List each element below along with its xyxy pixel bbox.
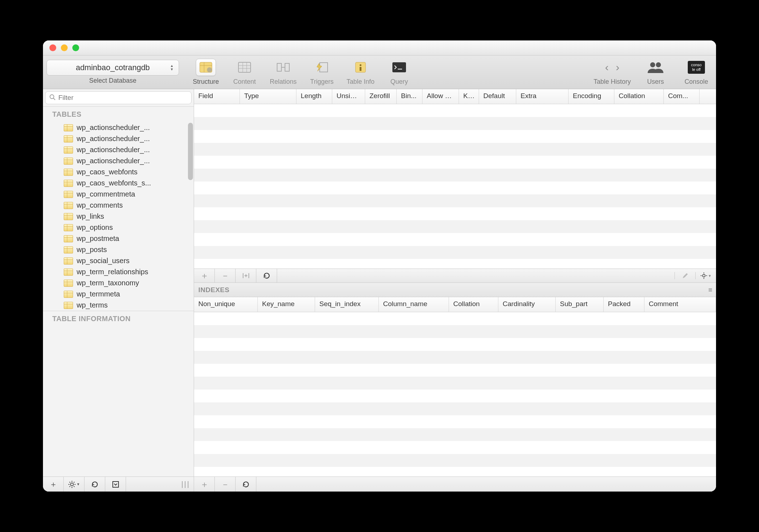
table-icon <box>64 158 73 165</box>
column-header[interactable]: Collation <box>614 89 664 104</box>
toolbar-content-button[interactable]: Content <box>228 59 261 86</box>
table-row[interactable]: wp_links <box>43 211 194 222</box>
database-dropdown[interactable]: adminbao_cotrangdb ▲▼ <box>47 60 179 76</box>
minimize-window-button[interactable] <box>61 44 68 51</box>
reload-structure-button[interactable] <box>256 269 277 282</box>
remove-index-button[interactable]: － <box>215 477 236 492</box>
duplicate-field-button[interactable] <box>236 269 256 282</box>
add-index-button[interactable]: ＋ <box>194 477 215 492</box>
traffic-lights <box>49 44 79 51</box>
table-name: wp_terms <box>77 301 108 309</box>
refresh-tables-button[interactable] <box>84 477 105 492</box>
toolbar-triggers-button[interactable]: Triggers <box>306 59 338 86</box>
table-row[interactable]: wp_term_taxonomy <box>43 277 194 289</box>
edit-field-button[interactable] <box>675 272 695 279</box>
table-name: wp_actionscheduler_... <box>77 146 150 154</box>
table-row[interactable]: wp_caos_webfonts_s... <box>43 178 194 189</box>
close-window-button[interactable] <box>49 44 56 51</box>
add-table-button[interactable]: ＋ <box>43 477 64 492</box>
database-dropdown-label: Select Database <box>89 77 136 84</box>
index-column-header[interactable]: Non_unique <box>194 297 258 312</box>
index-column-header[interactable]: Sub_part <box>556 297 604 312</box>
table-row[interactable]: wp_term_relationships <box>43 266 194 277</box>
column-header[interactable]: Length <box>296 89 332 104</box>
toolbar-query-button[interactable]: Query <box>383 59 415 86</box>
table-row[interactable]: wp_terms <box>43 300 194 311</box>
structure-grid[interactable] <box>194 104 716 269</box>
console-button[interactable]: console off Console <box>680 59 712 86</box>
column-header[interactable]: Bin... <box>397 89 422 104</box>
column-header[interactable]: Com... <box>664 89 700 104</box>
toolbar-structure-button[interactable]: Structure <box>190 59 222 86</box>
column-header[interactable]: Key <box>459 89 479 104</box>
svg-point-35 <box>702 274 705 277</box>
table-row[interactable]: wp_social_users <box>43 255 194 266</box>
index-column-header[interactable]: Collation <box>449 297 498 312</box>
remove-field-button[interactable]: － <box>215 269 236 282</box>
svg-point-23 <box>50 95 54 99</box>
table-row[interactable]: wp_actionscheduler_... <box>43 144 194 155</box>
history-back-button[interactable]: ‹ <box>605 61 609 73</box>
indexes-grid[interactable] <box>194 312 716 477</box>
table-row[interactable]: wp_options <box>43 222 194 233</box>
table-filter-input[interactable] <box>45 91 192 104</box>
refresh-icon <box>242 481 250 488</box>
users-button[interactable]: Users <box>639 59 672 86</box>
database-selector: adminbao_cotrangdb ▲▼ Select Database <box>47 60 179 84</box>
svg-rect-34 <box>113 482 119 487</box>
content-icon <box>235 59 255 76</box>
column-header[interactable]: Type <box>240 89 296 104</box>
structure-gear-menu[interactable]: ▼ <box>695 272 716 279</box>
table-icon <box>64 269 73 276</box>
table-icon <box>64 180 73 187</box>
reload-indexes-button[interactable] <box>236 477 256 492</box>
sidebar-resize-grip[interactable]: ||| <box>181 480 194 488</box>
svg-line-30 <box>69 482 70 483</box>
table-row[interactable]: wp_caos_webfonts <box>43 166 194 178</box>
table-row[interactable]: wp_termmeta <box>43 289 194 300</box>
svg-rect-16 <box>392 62 406 72</box>
index-column-header[interactable]: Column_name <box>379 297 449 312</box>
column-header[interactable]: Extra <box>516 89 569 104</box>
tables-list[interactable]: wp_actionscheduler_...wp_actionscheduler… <box>43 122 194 311</box>
svg-point-14 <box>360 64 362 66</box>
index-column-header[interactable]: Packed <box>604 297 644 312</box>
table-info-section-header: TABLE INFORMATION <box>43 311 194 327</box>
toolbar-tableinfo-button[interactable]: Table Info <box>344 59 377 86</box>
pencil-icon <box>682 272 689 279</box>
add-field-button[interactable]: ＋ <box>194 269 215 282</box>
table-row[interactable]: wp_actionscheduler_... <box>43 155 194 166</box>
table-row[interactable]: wp_actionscheduler_... <box>43 122 194 133</box>
app-window: adminbao_cotrangdb ▲▼ Select Database St… <box>43 40 716 492</box>
column-header[interactable]: Field <box>194 89 240 104</box>
table-icon <box>64 146 73 154</box>
column-header[interactable]: Default <box>479 89 516 104</box>
indexes-menu-icon[interactable]: ≡ <box>708 286 712 294</box>
table-row[interactable]: wp_actionscheduler_... <box>43 133 194 144</box>
index-column-header[interactable]: Seq_in_index <box>315 297 379 312</box>
index-column-header[interactable]: Cardinality <box>498 297 556 312</box>
tables-section-header: TABLES <box>43 107 194 122</box>
column-header[interactable]: Unsigned <box>332 89 365 104</box>
table-name: wp_actionscheduler_... <box>77 135 150 143</box>
column-header[interactable]: Zerofill <box>365 89 397 104</box>
main-content: FieldTypeLengthUnsignedZerofillBin...All… <box>194 89 716 492</box>
index-column-header[interactable]: Comment <box>644 297 716 312</box>
table-row[interactable]: wp_comments <box>43 200 194 211</box>
table-row[interactable]: wp_postmeta <box>43 233 194 244</box>
toggle-info-button[interactable] <box>105 477 126 492</box>
toolbar: adminbao_cotrangdb ▲▼ Select Database St… <box>43 55 716 89</box>
sidebar-gear-menu[interactable]: ▼ <box>64 477 84 492</box>
index-column-header[interactable]: Key_name <box>258 297 315 312</box>
sidebar-scrollbar[interactable] <box>188 123 193 180</box>
table-row[interactable]: wp_posts <box>43 244 194 255</box>
column-header[interactable]: Encoding <box>569 89 614 104</box>
column-header[interactable]: Allow Null <box>422 89 459 104</box>
history-forward-button[interactable]: › <box>616 61 619 73</box>
table-row[interactable]: wp_commentmeta <box>43 189 194 200</box>
zoom-window-button[interactable] <box>72 44 79 51</box>
svg-text:conso: conso <box>691 63 701 67</box>
table-name: wp_social_users <box>77 257 130 265</box>
query-icon <box>389 59 409 76</box>
toolbar-relations-button[interactable]: Relations <box>267 59 299 86</box>
